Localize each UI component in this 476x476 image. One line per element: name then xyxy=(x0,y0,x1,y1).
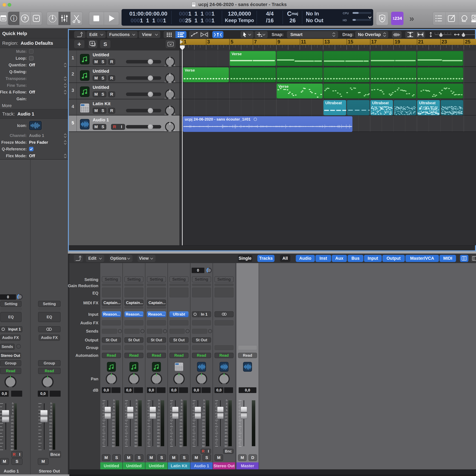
svg-text:?: ? xyxy=(23,16,27,21)
